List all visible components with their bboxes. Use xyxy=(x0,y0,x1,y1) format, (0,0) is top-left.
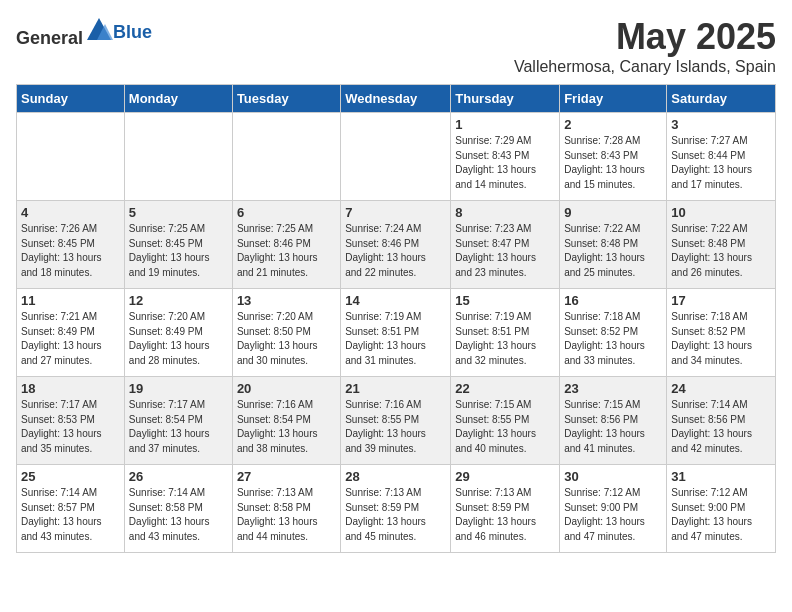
day-number: 2 xyxy=(564,117,662,132)
day-number: 28 xyxy=(345,469,446,484)
weekday-header-saturday: Saturday xyxy=(667,85,776,113)
day-info: Sunrise: 7:22 AM Sunset: 8:48 PM Dayligh… xyxy=(564,222,662,280)
day-cell: 18Sunrise: 7:17 AM Sunset: 8:53 PM Dayli… xyxy=(17,377,125,465)
day-number: 1 xyxy=(455,117,555,132)
day-number: 12 xyxy=(129,293,228,308)
day-cell: 7Sunrise: 7:24 AM Sunset: 8:46 PM Daylig… xyxy=(341,201,451,289)
day-cell: 14Sunrise: 7:19 AM Sunset: 8:51 PM Dayli… xyxy=(341,289,451,377)
weekday-header-tuesday: Tuesday xyxy=(232,85,340,113)
day-cell: 5Sunrise: 7:25 AM Sunset: 8:45 PM Daylig… xyxy=(124,201,232,289)
day-info: Sunrise: 7:29 AM Sunset: 8:43 PM Dayligh… xyxy=(455,134,555,192)
day-info: Sunrise: 7:28 AM Sunset: 8:43 PM Dayligh… xyxy=(564,134,662,192)
day-info: Sunrise: 7:13 AM Sunset: 8:59 PM Dayligh… xyxy=(455,486,555,544)
day-info: Sunrise: 7:16 AM Sunset: 8:55 PM Dayligh… xyxy=(345,398,446,456)
logo-general: General xyxy=(16,28,83,48)
day-number: 3 xyxy=(671,117,771,132)
week-row-5: 25Sunrise: 7:14 AM Sunset: 8:57 PM Dayli… xyxy=(17,465,776,553)
day-number: 5 xyxy=(129,205,228,220)
day-cell: 20Sunrise: 7:16 AM Sunset: 8:54 PM Dayli… xyxy=(232,377,340,465)
day-info: Sunrise: 7:14 AM Sunset: 8:57 PM Dayligh… xyxy=(21,486,120,544)
day-cell: 28Sunrise: 7:13 AM Sunset: 8:59 PM Dayli… xyxy=(341,465,451,553)
day-info: Sunrise: 7:18 AM Sunset: 8:52 PM Dayligh… xyxy=(671,310,771,368)
header: General Blue May 2025 Vallehermosa, Cana… xyxy=(16,16,776,76)
day-info: Sunrise: 7:24 AM Sunset: 8:46 PM Dayligh… xyxy=(345,222,446,280)
day-number: 21 xyxy=(345,381,446,396)
month-title: May 2025 xyxy=(514,16,776,58)
day-info: Sunrise: 7:12 AM Sunset: 9:00 PM Dayligh… xyxy=(671,486,771,544)
day-number: 29 xyxy=(455,469,555,484)
day-cell: 11Sunrise: 7:21 AM Sunset: 8:49 PM Dayli… xyxy=(17,289,125,377)
day-cell: 26Sunrise: 7:14 AM Sunset: 8:58 PM Dayli… xyxy=(124,465,232,553)
day-number: 6 xyxy=(237,205,336,220)
day-cell: 24Sunrise: 7:14 AM Sunset: 8:56 PM Dayli… xyxy=(667,377,776,465)
day-cell: 21Sunrise: 7:16 AM Sunset: 8:55 PM Dayli… xyxy=(341,377,451,465)
day-number: 13 xyxy=(237,293,336,308)
day-info: Sunrise: 7:15 AM Sunset: 8:55 PM Dayligh… xyxy=(455,398,555,456)
day-info: Sunrise: 7:21 AM Sunset: 8:49 PM Dayligh… xyxy=(21,310,120,368)
day-cell xyxy=(232,113,340,201)
day-cell: 15Sunrise: 7:19 AM Sunset: 8:51 PM Dayli… xyxy=(451,289,560,377)
day-info: Sunrise: 7:12 AM Sunset: 9:00 PM Dayligh… xyxy=(564,486,662,544)
day-number: 4 xyxy=(21,205,120,220)
day-number: 7 xyxy=(345,205,446,220)
week-row-3: 11Sunrise: 7:21 AM Sunset: 8:49 PM Dayli… xyxy=(17,289,776,377)
day-info: Sunrise: 7:15 AM Sunset: 8:56 PM Dayligh… xyxy=(564,398,662,456)
logo-blue: Blue xyxy=(113,22,152,43)
day-number: 10 xyxy=(671,205,771,220)
day-cell: 6Sunrise: 7:25 AM Sunset: 8:46 PM Daylig… xyxy=(232,201,340,289)
day-cell xyxy=(341,113,451,201)
week-row-1: 1Sunrise: 7:29 AM Sunset: 8:43 PM Daylig… xyxy=(17,113,776,201)
day-cell: 23Sunrise: 7:15 AM Sunset: 8:56 PM Dayli… xyxy=(560,377,667,465)
day-info: Sunrise: 7:20 AM Sunset: 8:50 PM Dayligh… xyxy=(237,310,336,368)
day-number: 23 xyxy=(564,381,662,396)
weekday-header-monday: Monday xyxy=(124,85,232,113)
day-cell: 31Sunrise: 7:12 AM Sunset: 9:00 PM Dayli… xyxy=(667,465,776,553)
day-info: Sunrise: 7:17 AM Sunset: 8:54 PM Dayligh… xyxy=(129,398,228,456)
calendar-body: 1Sunrise: 7:29 AM Sunset: 8:43 PM Daylig… xyxy=(17,113,776,553)
day-info: Sunrise: 7:13 AM Sunset: 8:59 PM Dayligh… xyxy=(345,486,446,544)
day-cell: 30Sunrise: 7:12 AM Sunset: 9:00 PM Dayli… xyxy=(560,465,667,553)
week-row-4: 18Sunrise: 7:17 AM Sunset: 8:53 PM Dayli… xyxy=(17,377,776,465)
day-cell: 25Sunrise: 7:14 AM Sunset: 8:57 PM Dayli… xyxy=(17,465,125,553)
day-number: 18 xyxy=(21,381,120,396)
day-info: Sunrise: 7:25 AM Sunset: 8:46 PM Dayligh… xyxy=(237,222,336,280)
day-info: Sunrise: 7:16 AM Sunset: 8:54 PM Dayligh… xyxy=(237,398,336,456)
day-cell: 9Sunrise: 7:22 AM Sunset: 8:48 PM Daylig… xyxy=(560,201,667,289)
week-row-2: 4Sunrise: 7:26 AM Sunset: 8:45 PM Daylig… xyxy=(17,201,776,289)
day-cell: 1Sunrise: 7:29 AM Sunset: 8:43 PM Daylig… xyxy=(451,113,560,201)
day-cell: 16Sunrise: 7:18 AM Sunset: 8:52 PM Dayli… xyxy=(560,289,667,377)
day-cell: 19Sunrise: 7:17 AM Sunset: 8:54 PM Dayli… xyxy=(124,377,232,465)
day-info: Sunrise: 7:14 AM Sunset: 8:58 PM Dayligh… xyxy=(129,486,228,544)
day-cell: 29Sunrise: 7:13 AM Sunset: 8:59 PM Dayli… xyxy=(451,465,560,553)
day-info: Sunrise: 7:27 AM Sunset: 8:44 PM Dayligh… xyxy=(671,134,771,192)
day-info: Sunrise: 7:17 AM Sunset: 8:53 PM Dayligh… xyxy=(21,398,120,456)
day-number: 19 xyxy=(129,381,228,396)
day-number: 14 xyxy=(345,293,446,308)
day-number: 9 xyxy=(564,205,662,220)
day-number: 17 xyxy=(671,293,771,308)
weekday-header-thursday: Thursday xyxy=(451,85,560,113)
day-cell: 8Sunrise: 7:23 AM Sunset: 8:47 PM Daylig… xyxy=(451,201,560,289)
day-number: 16 xyxy=(564,293,662,308)
day-number: 27 xyxy=(237,469,336,484)
day-cell: 17Sunrise: 7:18 AM Sunset: 8:52 PM Dayli… xyxy=(667,289,776,377)
logo-icon xyxy=(85,16,113,44)
calendar-table: SundayMondayTuesdayWednesdayThursdayFrid… xyxy=(16,84,776,553)
day-number: 30 xyxy=(564,469,662,484)
day-info: Sunrise: 7:18 AM Sunset: 8:52 PM Dayligh… xyxy=(564,310,662,368)
weekday-header-wednesday: Wednesday xyxy=(341,85,451,113)
logo: General Blue xyxy=(16,16,152,49)
day-cell: 10Sunrise: 7:22 AM Sunset: 8:48 PM Dayli… xyxy=(667,201,776,289)
day-cell: 12Sunrise: 7:20 AM Sunset: 8:49 PM Dayli… xyxy=(124,289,232,377)
day-cell: 13Sunrise: 7:20 AM Sunset: 8:50 PM Dayli… xyxy=(232,289,340,377)
weekday-header-sunday: Sunday xyxy=(17,85,125,113)
weekday-header-row: SundayMondayTuesdayWednesdayThursdayFrid… xyxy=(17,85,776,113)
day-number: 11 xyxy=(21,293,120,308)
weekday-header-friday: Friday xyxy=(560,85,667,113)
day-info: Sunrise: 7:25 AM Sunset: 8:45 PM Dayligh… xyxy=(129,222,228,280)
day-info: Sunrise: 7:20 AM Sunset: 8:49 PM Dayligh… xyxy=(129,310,228,368)
day-info: Sunrise: 7:26 AM Sunset: 8:45 PM Dayligh… xyxy=(21,222,120,280)
day-info: Sunrise: 7:23 AM Sunset: 8:47 PM Dayligh… xyxy=(455,222,555,280)
day-number: 25 xyxy=(21,469,120,484)
day-info: Sunrise: 7:19 AM Sunset: 8:51 PM Dayligh… xyxy=(345,310,446,368)
